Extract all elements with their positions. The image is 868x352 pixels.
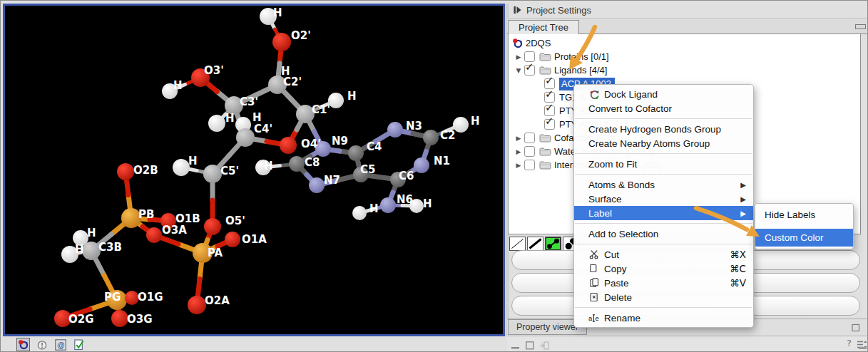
atom-label: H — [471, 115, 480, 128]
atom-label: C4' — [254, 123, 272, 135]
tree-item-proteins[interactable]: ▶Proteins [0/1] — [509, 50, 860, 63]
atom-C4' — [236, 128, 255, 147]
atom-label: H — [273, 6, 282, 19]
menu-item-delete[interactable]: Delete — [574, 290, 753, 304]
atom-label: PG — [104, 291, 121, 304]
help-button[interactable]: ? — [847, 338, 852, 348]
delete-icon — [588, 292, 600, 302]
atom-label: O5' — [225, 214, 245, 227]
tree-checkbox[interactable] — [524, 146, 535, 157]
menu-item-add-to-selection[interactable]: Add to Selection — [574, 227, 753, 241]
menu-separator — [575, 244, 752, 244]
atom-O2B — [117, 163, 134, 180]
view-mode-toolbar — [509, 237, 579, 251]
menu-item-rename[interactable]: aeRename — [574, 311, 753, 325]
menu-item-paste[interactable]: Paste⌘V — [574, 276, 753, 290]
menu-item-create-nearby-atoms-group[interactable]: Create Nearby Atoms Group — [574, 136, 753, 150]
svg-text:a: a — [588, 314, 593, 322]
menu-item-dock-ligand[interactable]: Dock Ligand — [574, 87, 753, 101]
submenu-item-custom-color[interactable]: Custom Color — [755, 229, 853, 247]
menu-item-label: Rename — [604, 313, 640, 323]
disclosure-collapsed-icon[interactable]: ▶ — [513, 148, 524, 155]
menu-item-label: Label — [588, 208, 612, 219]
menu-item-label: Zoom to Fit — [588, 159, 637, 170]
disclosure-collapsed-icon[interactable]: ▶ — [513, 53, 524, 61]
atom-label: C1' — [312, 103, 330, 116]
molecule-view-icon[interactable] — [16, 338, 30, 351]
atom-N3 — [387, 122, 403, 138]
tree-item-label: Ligands [4/4] — [554, 65, 607, 76]
submenu-gap — [755, 224, 853, 229]
menu-item-surface[interactable]: Surface▶ — [574, 192, 753, 206]
minimize-panel-button[interactable] — [855, 24, 866, 29]
tree-item-ligands[interactable]: ▼✓Ligands [4/4] — [509, 63, 860, 77]
tree-item-root[interactable]: 2DQS — [509, 36, 860, 50]
tree-checkbox[interactable] — [524, 160, 535, 170]
atom-label: O1G — [138, 291, 163, 304]
submenu-item-hide-labels[interactable]: Hide Labels — [755, 206, 853, 224]
collapse-panel-icon[interactable] — [514, 6, 521, 14]
atom-label: C2 — [440, 129, 455, 142]
menu-item-convert-to-cofactor[interactable]: Convert to Cofactor — [574, 101, 753, 115]
folder-icon — [539, 133, 551, 143]
atom-N7 — [309, 177, 325, 193]
atom-label: C4 — [367, 140, 382, 153]
checklist-icon[interactable] — [72, 338, 86, 351]
check-mark: ✓ — [545, 74, 554, 87]
atom-HC3 — [208, 115, 225, 132]
paste-icon — [588, 278, 600, 288]
tree-checkbox[interactable] — [524, 133, 535, 143]
tree-checkbox[interactable]: ✓ — [524, 65, 535, 76]
submenu-item-label: Hide Labels — [765, 209, 815, 220]
atom-C4 — [348, 145, 364, 161]
menu-item-cut[interactable]: Cut⌘X — [574, 247, 753, 262]
submenu-arrow-icon: ▶ — [740, 209, 746, 217]
collapse-all-icon[interactable] — [511, 340, 520, 352]
ball-and-stick-button[interactable] — [545, 237, 561, 251]
menu-item-copy[interactable]: Copy⌘C — [574, 262, 753, 276]
submenu-item-label: Custom Color — [765, 232, 824, 243]
molecule-icon — [512, 38, 523, 48]
tab-project-tree[interactable]: Project Tree — [508, 20, 579, 34]
label-submenu: Hide LabelsCustom Color — [755, 203, 854, 249]
check-mark: ✓ — [545, 115, 554, 128]
disclosure-expanded-icon[interactable]: ▼ — [513, 67, 524, 74]
menu-item-create-hydrogen-bonds-group[interactable]: Create Hydrogen Bonds Group — [574, 122, 753, 136]
wireframe-button[interactable] — [509, 237, 526, 251]
project-settings-header: Project Settings — [509, 2, 867, 19]
list-options-icon[interactable] — [857, 339, 867, 352]
menu-shortcut: ⌘X — [730, 249, 746, 260]
folder-icon — [539, 147, 551, 156]
panel-title: Project Settings — [526, 5, 591, 16]
menu-separator — [575, 118, 752, 119]
atom-label: H — [369, 202, 379, 215]
atom-label: N9 — [332, 135, 348, 147]
dock-window-icon[interactable] — [540, 340, 549, 352]
at-sign-icon[interactable]: @ — [53, 338, 67, 351]
disclosure-collapsed-icon[interactable]: ▶ — [513, 135, 524, 142]
atom-C5' — [203, 165, 222, 183]
atom-label: C5' — [220, 165, 239, 177]
atom-label: H — [423, 197, 432, 210]
molecule-viewer[interactable]: HO2'HC2'O3'HC3'C1'HO4'N9C4N3C2HN1C5C6N7C… — [3, 4, 505, 336]
disclosure-collapsed-icon[interactable]: ▶ — [513, 162, 524, 169]
atom-label: H — [264, 160, 273, 172]
atom-label: O3' — [204, 64, 224, 77]
menu-item-zoom-to-fit[interactable]: Zoom to Fit — [574, 157, 753, 171]
svg-text:e: e — [595, 314, 598, 322]
resize-grip[interactable] — [859, 347, 867, 349]
atom-HC1 — [328, 93, 344, 108]
rename-icon: ae — [588, 314, 600, 323]
molecule-render: HO2'HC2'O3'HC3'C1'HO4'N9C4N3C2HN1C5C6N7C… — [5, 6, 503, 334]
menu-item-label[interactable]: Label▶ — [574, 206, 753, 220]
atom-label: C3B — [98, 241, 122, 254]
menu-item-atoms-bonds[interactable]: Atoms & Bonds▶ — [574, 177, 753, 192]
timer-icon[interactable] — [35, 338, 48, 351]
sticks-button[interactable] — [527, 237, 543, 251]
new-page-icon[interactable] — [526, 340, 534, 352]
atom-N6 — [380, 197, 396, 213]
page-icon[interactable] — [852, 322, 860, 335]
tree-checkbox[interactable]: ✓ — [544, 119, 555, 130]
atom-O2' — [272, 33, 291, 51]
atom-label: N7 — [324, 174, 340, 187]
